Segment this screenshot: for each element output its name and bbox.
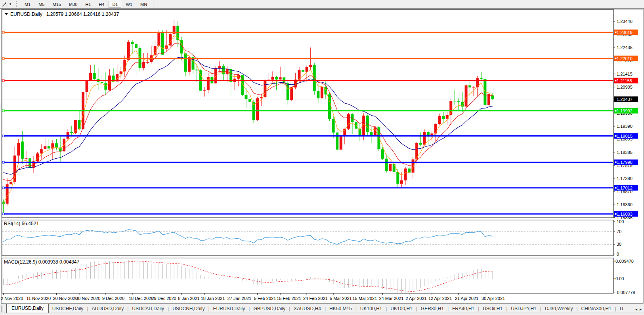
price-tick-label: 1.18385 (617, 150, 633, 155)
date-label: 24 Feb 2021 (303, 296, 328, 301)
symbol-tabs: EURUSD,DailyUSDCHF,Daily|AUDUSD,Daily|US… (6, 304, 627, 313)
timeframe-button-d1[interactable]: D1 (109, 1, 121, 8)
tab-eurusd-daily[interactable]: EURUSD,Daily (6, 304, 49, 313)
tab-usdcnh-daily[interactable]: USDCNH,Daily (169, 305, 208, 313)
current-price-tag[interactable]: 1.20437 (614, 97, 638, 102)
price-tag-1.23019[interactable]: 1.23019 (614, 30, 638, 35)
price-tick-label: 1.21415 (617, 72, 633, 76)
tab-china300-h1[interactable]: CHINA300,H1 (578, 305, 615, 313)
tab-uk100-h1[interactable]: UK100,H1 (357, 305, 386, 313)
price-tick-label: 1.23440 (617, 19, 633, 24)
timeframe-button-h1[interactable]: H1 (82, 1, 94, 8)
status-bar (0, 313, 644, 315)
svg-text:1.19015: 1.19015 (617, 134, 633, 139)
svg-text:1.23019: 1.23019 (617, 30, 633, 35)
tab-usdchf-daily[interactable]: USDCHF,Daily (49, 305, 87, 313)
date-label: 29 Dec 2020 (151, 296, 176, 301)
rsi-tick-label: 0 (617, 252, 619, 256)
date-label: 18 Jan 2021 (201, 296, 225, 301)
chart-window[interactable]: 1.234401.229301.224351.219251.214151.209… (0, 9, 644, 304)
tab-hk50-m15[interactable]: HK50,M15 (326, 305, 355, 313)
date-label: 30 Apr 2021 (482, 296, 505, 301)
hline-handle[interactable] (2, 31, 4, 33)
toolbar-separator (153, 1, 153, 7)
hline-handle[interactable] (2, 110, 4, 112)
hline-handle[interactable] (2, 161, 4, 163)
tab-audusd-daily[interactable]: AUDUSD,Daily (88, 305, 128, 313)
rsi-tick-label: 30 (617, 242, 621, 247)
timeframe-button-h4[interactable]: H4 (95, 1, 108, 8)
timeframe-button-mn[interactable]: MN (137, 1, 151, 8)
date-label: 24 Mar 2021 (379, 296, 404, 301)
price-tag-1.19992[interactable]: 1.19992 (614, 108, 638, 114)
price-tick-label: 1.19390 (617, 124, 633, 129)
tab-scroll-controls: ◂ ▸ (633, 307, 644, 313)
hline-handle[interactable] (2, 80, 4, 82)
tab-fra40-h1[interactable]: FRA40,H1 (449, 305, 478, 313)
price-tag-1.21155[interactable]: 1.21155 (614, 78, 638, 83)
rsi-label: RSI(14) 56.4521 (4, 221, 39, 226)
date-label: 5 Mar 2021 (330, 296, 352, 301)
date-label: 21 Apr 2021 (455, 296, 478, 301)
price-tag-1.17998[interactable]: 1.17998 (614, 159, 638, 165)
timeframe-button-m5[interactable]: M5 (35, 1, 48, 8)
date-label: 27 Jan 2021 (227, 296, 252, 301)
date-label: 12 Apr 2021 (428, 296, 452, 301)
timeframe-button-w1[interactable]: W1 (122, 1, 136, 8)
symbol-tab-bar: EURUSD,DailyUSDCHF,Daily|AUDUSD,Daily|US… (0, 304, 644, 313)
tab-eurusd-daily[interactable]: EURUSD,Daily (210, 305, 249, 313)
hline-handle[interactable] (2, 187, 4, 189)
tab-u[interactable]: U (616, 305, 627, 313)
date-label: 18 Dec 2020 (129, 296, 153, 301)
top-toolbar: ▼ M1M5M15M30H1H4D1W1MN (0, 0, 644, 9)
date-label: 8 Jan 2021 (178, 296, 199, 301)
svg-text:1.16003: 1.16003 (617, 212, 633, 216)
tab-usdjpy-h1[interactable]: USDJPY,H1 (507, 305, 540, 313)
price-tag-1.19015[interactable]: 1.19015 (614, 133, 638, 139)
tab-scroll-left-icon[interactable]: ◂ (635, 307, 637, 311)
date-label: 5 Feb 2021 (254, 296, 276, 301)
hline-handle[interactable] (2, 57, 4, 59)
date-label: 2 Nov 2020 (1, 296, 23, 301)
svg-text:1.17998: 1.17998 (617, 160, 633, 165)
chevron-down-icon[interactable]: ▼ (9, 2, 12, 6)
chart-canvas[interactable]: 1.234401.229301.224351.219251.214151.209… (0, 9, 644, 304)
date-label: 30 Nov 2020 (76, 296, 100, 301)
price-tick-label: 1.17380 (617, 176, 633, 181)
svg-text:1.17012: 1.17012 (617, 186, 633, 190)
tab-usoil-h1[interactable]: USOil,H1 (479, 305, 506, 313)
rsi-tick-label: 70 (617, 229, 621, 234)
date-label: 2 Apr 2021 (405, 296, 426, 301)
price-tick-label: 1.22435 (617, 45, 633, 50)
chart-ohlc-readout: 1.20579 1.20664 1.20416 1.20437 (46, 11, 119, 17)
tab-ger30-h1[interactable]: GER30,H1 (417, 305, 447, 313)
price-tick-label: 1.20905 (617, 85, 633, 89)
timeframe-buttons: M1M5M15M30H1H4D1W1MN (21, 1, 151, 8)
tabbar-grip[interactable] (1, 306, 5, 312)
price-tag-1.16003[interactable]: 1.16003 (614, 211, 638, 217)
toolbar-grip[interactable] (16, 1, 18, 7)
timeframe-button-m30[interactable]: M30 (65, 1, 81, 8)
timeframe-button-m1[interactable]: M1 (21, 1, 34, 8)
svg-text:1.19992: 1.19992 (617, 108, 633, 113)
tab-gbpusd-daily[interactable]: GBPUSD,Daily (250, 305, 289, 313)
cursor-tool-icon (2, 2, 8, 7)
date-label: 15 Mar 2021 (353, 296, 377, 301)
tab-dj30-weekly[interactable]: DJ30,Weekly (541, 305, 576, 313)
hline-handle[interactable] (2, 213, 4, 215)
tab-xauusd-h4[interactable]: XAUUSD,H4 (290, 305, 325, 313)
tab-usdcad-daily[interactable]: USDCAD,Daily (128, 305, 168, 313)
date-label: 20 Nov 2020 (53, 296, 77, 301)
date-label: 11 Nov 2020 (26, 296, 51, 301)
cursor-tool-button[interactable]: ▼ (1, 1, 13, 8)
timeframe-button-m15[interactable]: M15 (49, 1, 64, 8)
price-tag-1.17012[interactable]: 1.17012 (614, 185, 638, 191)
macd-tick-label: -0.007778 (615, 290, 635, 295)
macd-label: MACD(12,26,9) 0.003938 0.004847 (4, 259, 79, 265)
hline-handle[interactable] (2, 135, 4, 137)
tab-uk100-h1[interactable]: UK100,H1 (387, 305, 416, 313)
chart-title: EURUSD,Daily1.20579 1.20664 1.20416 1.20… (10, 11, 119, 17)
price-tag-1.22010[interactable]: 1.22010 (614, 56, 638, 61)
tab-scroll-right-icon[interactable]: ▸ (640, 307, 642, 311)
rsi-tick-label: 100 (617, 219, 624, 224)
